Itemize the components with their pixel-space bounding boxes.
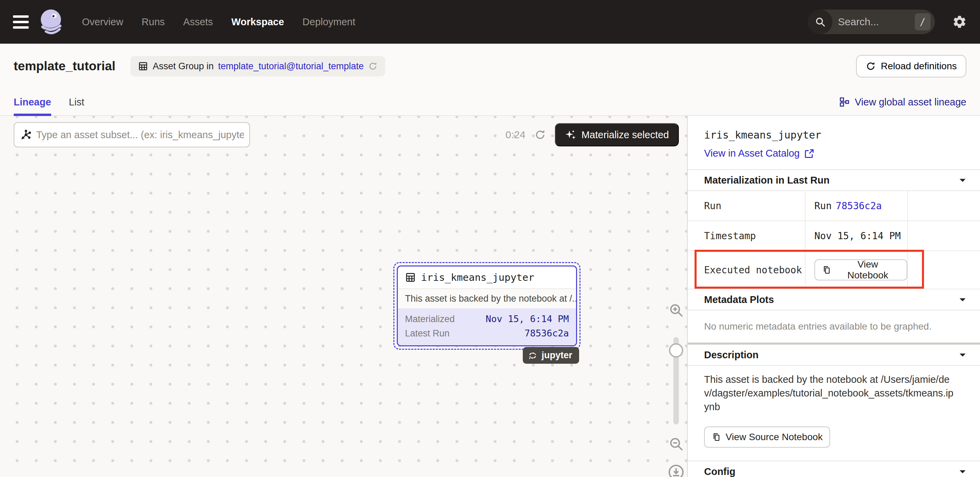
view-in-asset-catalog-link[interactable]: View in Asset Catalog <box>704 148 968 159</box>
metadata-plots-empty-text: No numeric metadata entries available to… <box>688 311 980 342</box>
primary-nav: Overview Runs Assets Workspace Deploymen… <box>82 16 355 28</box>
refresh-icon <box>535 129 546 141</box>
tab-bar: Lineage List View global asset lineage <box>0 89 980 116</box>
asset-details-panel: iris_kmeans_jupyter View in Asset Catalo… <box>687 116 980 477</box>
reload-icon <box>865 61 876 71</box>
page-header: template_tutorial Asset Group in templat… <box>0 44 980 89</box>
run-id-link[interactable]: 78536c2a <box>836 200 882 212</box>
reload-definitions-button[interactable]: Reload definitions <box>856 55 966 78</box>
top-nav-bar: Overview Runs Assets Workspace Deploymen… <box>0 0 980 44</box>
materialized-label: Materialized <box>405 312 455 326</box>
asset-group-icon <box>138 61 148 71</box>
tab-list[interactable]: List <box>69 89 84 115</box>
nav-item-runs[interactable]: Runs <box>142 16 165 28</box>
chevron-down-icon <box>958 295 968 305</box>
zoom-slider-thumb[interactable] <box>669 343 683 358</box>
section-description[interactable]: Description <box>688 345 980 366</box>
nav-item-workspace[interactable]: Workspace <box>232 16 284 28</box>
jupyter-icon <box>528 350 538 361</box>
view-source-notebook-button[interactable]: View Source Notebook <box>704 426 830 448</box>
notebook-icon <box>822 265 832 275</box>
asset-node-name: iris_kmeans_jupyter <box>421 272 535 283</box>
materialize-selected-button[interactable]: Materialize selected <box>555 123 679 146</box>
materialized-value: Nov 15, 6:14 PM <box>485 312 569 326</box>
materialize-selected-label: Materialize selected <box>582 129 669 141</box>
latest-run-link[interactable]: 78536c2a <box>525 326 569 341</box>
view-global-asset-lineage-label: View global asset lineage <box>855 97 966 108</box>
view-in-asset-catalog-label: View in Asset Catalog <box>704 148 800 159</box>
panel-asset-title: iris_kmeans_jupyter <box>704 129 968 141</box>
chevron-down-icon <box>958 466 968 477</box>
nav-item-assets[interactable]: Assets <box>183 16 213 28</box>
section-materialization-last-run[interactable]: Materialization in Last Run <box>688 169 980 191</box>
external-link-icon <box>804 149 815 158</box>
reload-definitions-label: Reload definitions <box>881 61 957 72</box>
view-global-asset-lineage-link[interactable]: View global asset lineage <box>839 89 966 115</box>
section-config[interactable]: Config <box>688 461 980 477</box>
asset-graph-canvas[interactable]: 0:24 Materialize selected iris_kmean <box>0 116 687 477</box>
refresh-timer: 0:24 <box>505 129 525 141</box>
asset-graph-filter-icon <box>20 128 32 141</box>
search-placeholder: Search... <box>838 16 915 28</box>
refresh-icon[interactable] <box>368 62 378 71</box>
asset-node-stats: Materialized Nov 15, 6:14 PM Latest Run … <box>398 309 576 345</box>
table-row-executed-notebook: Executed notebook View Notebook <box>688 251 980 289</box>
table-asset-icon <box>405 272 416 283</box>
chevron-down-icon <box>958 350 968 360</box>
zoom-in-icon[interactable] <box>668 302 684 318</box>
table-row-run: Run Run 78536c2a <box>688 191 980 221</box>
section-title: Metadata Plots <box>704 294 774 305</box>
chevron-down-icon <box>958 175 968 185</box>
tab-lineage[interactable]: Lineage <box>14 89 51 115</box>
view-notebook-button[interactable]: View Notebook <box>815 259 907 280</box>
section-title: Config <box>704 466 735 477</box>
compute-kind-tag-label: jupyter <box>542 350 572 361</box>
notebook-icon <box>712 432 721 442</box>
asset-node-container: iris_kmeans_jupyter This asset is backed… <box>393 262 581 350</box>
asset-node-iris-kmeans-jupyter[interactable]: iris_kmeans_jupyter This asset is backed… <box>393 262 581 350</box>
zoom-slider[interactable] <box>673 337 679 425</box>
description-text: This asset is backed by the notebook at … <box>688 366 968 414</box>
page-title: template_tutorial <box>14 59 115 73</box>
asset-subset-filter <box>14 122 250 147</box>
executed-notebook-label: Executed notebook <box>688 265 805 276</box>
dagster-logo-icon[interactable] <box>38 7 67 36</box>
timestamp-value: Nov 15, 6:14 PM <box>805 221 907 250</box>
table-row-timestamp: Timestamp Nov 15, 6:14 PM <box>688 221 980 251</box>
timestamp-row-label: Timestamp <box>688 230 805 242</box>
latest-run-label: Latest Run <box>405 326 450 341</box>
section-title: Description <box>704 349 759 361</box>
view-source-notebook-label: View Source Notebook <box>725 432 822 442</box>
menu-icon[interactable] <box>13 15 29 29</box>
section-metadata-plots[interactable]: Metadata Plots <box>688 289 980 311</box>
section-title: Materialization in Last Run <box>704 175 829 186</box>
run-value-prefix: Run <box>815 200 832 212</box>
run-row-label: Run <box>688 200 805 212</box>
asset-group-breadcrumb: Asset Group in template_tutorial@tutoria… <box>130 56 385 76</box>
sparkle-icon <box>565 129 576 141</box>
asset-subset-input[interactable] <box>36 129 244 141</box>
zoom-out-icon[interactable] <box>668 436 684 452</box>
search-icon <box>808 10 832 34</box>
zoom-controls <box>667 302 685 477</box>
search-shortcut-badge: / <box>915 13 931 30</box>
asset-group-label: Asset Group in <box>153 61 214 72</box>
settings-button[interactable] <box>952 14 967 29</box>
asset-node-description: This asset is backed by the notebook at … <box>398 288 576 309</box>
view-notebook-label: View Notebook <box>836 259 900 281</box>
download-view-icon[interactable] <box>668 464 684 477</box>
nav-item-deployment[interactable]: Deployment <box>302 16 355 28</box>
compute-kind-tag-jupyter[interactable]: jupyter <box>523 347 579 364</box>
global-search-input[interactable]: Search... / <box>808 10 935 34</box>
lineage-graph-icon <box>839 97 850 108</box>
gear-icon <box>952 14 967 29</box>
nav-item-overview[interactable]: Overview <box>82 16 123 28</box>
refresh-graph-button[interactable] <box>535 129 546 141</box>
asset-group-link[interactable]: template_tutorial@tutorial_template <box>218 61 364 72</box>
